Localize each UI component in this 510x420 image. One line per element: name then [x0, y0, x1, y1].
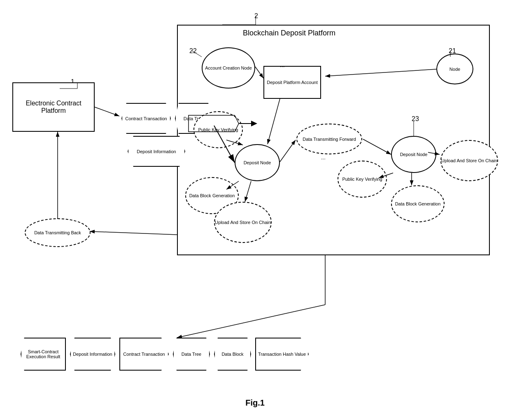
upload-store-left: Upload And Store On Chain	[214, 202, 272, 243]
bottom-smart-contract: Smart-Contract Execution Result	[21, 338, 66, 371]
deposit-node-left: Deposit Node	[235, 144, 280, 181]
bottom-contract-transaction: Contract Transaction	[119, 338, 169, 371]
deposit-information-shape: Deposit Information	[128, 136, 185, 167]
electronic-contract-platform: Electronic Contract Platform	[12, 82, 95, 132]
svg-line-2	[95, 107, 119, 116]
deposit-information-label: Deposit Information	[137, 149, 176, 154]
bottom-deposit-info: Deposit Information	[70, 338, 115, 371]
node-ellipse: Node	[436, 54, 473, 84]
contract-transaction-shape: Contract Transaction	[121, 103, 171, 134]
ellipsis-top: ...	[280, 62, 285, 68]
data-transmitting-back: Data Transmitting Back	[25, 218, 91, 247]
bottom-row: Smart-Contract Execution Result Deposit …	[21, 338, 309, 371]
upload-store-right: Upload And Store On Chain	[440, 140, 498, 181]
figure-caption: Fig.1	[245, 398, 265, 408]
svg-line-23	[177, 305, 325, 338]
diagram: 2 1 22 21 23 Blockchain Deposit Platform…	[0, 0, 510, 420]
svg-line-25	[90, 231, 177, 235]
contract-transaction-label: Contract Transaction	[125, 116, 167, 121]
data-transmitting-forward: Data Transmitting Forward	[296, 124, 362, 154]
account-creation-node: Account Creation Node	[202, 47, 255, 89]
deposit-node-right: Deposit Node	[391, 136, 436, 173]
bottom-transaction-hash: Transaction Hash Value	[255, 338, 309, 371]
public-key-verifying-right: Public Key Verifying	[338, 161, 387, 198]
deposit-platform-account: Deposit Platform Account	[263, 66, 321, 99]
data-block-generation-right: Data Block Generation	[391, 185, 445, 222]
blockchain-platform-title: Blockchain Deposit Platform	[243, 29, 335, 37]
label-2: 2	[254, 12, 258, 20]
bottom-data-tree: Data Tree	[173, 338, 210, 371]
bottom-data-block: Data Block	[214, 338, 251, 371]
ellipsis-middle: ...	[321, 154, 326, 161]
public-key-verifying-left: Public Key Verifying	[193, 111, 243, 148]
